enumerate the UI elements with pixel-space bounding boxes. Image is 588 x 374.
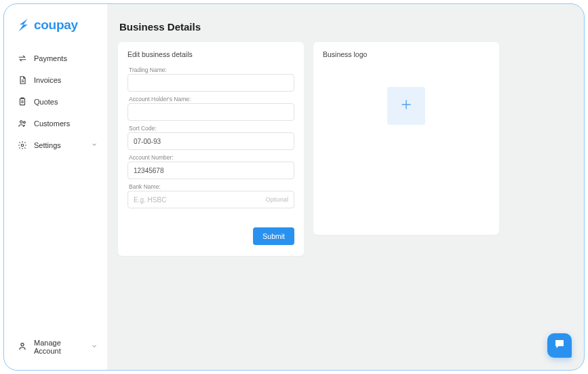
cards-row: Edit business details Trading Name: Acco… [118,42,572,256]
primary-nav: Payments Invoices Quotes Customers [4,48,107,332]
card-body: Trading Name: Account Holder's Name: Sor… [118,67,304,218]
sidebar-bottom-label: Manage Account [34,339,84,355]
submit-row: Submit [118,218,304,256]
sort-code-input[interactable] [128,132,294,150]
chat-icon [553,338,566,353]
sidebar-item-label: Invoices [34,76,61,84]
field-trading-name: Trading Name: [128,67,294,92]
chevron-down-icon [91,141,98,149]
svg-point-3 [21,144,24,147]
edit-business-card: Edit business details Trading Name: Acco… [118,42,304,256]
page-title: Business Details [119,21,572,33]
svg-point-4 [21,343,24,346]
sidebar-item-invoices[interactable]: Invoices [4,69,107,91]
card-header: Business logo [313,42,499,62]
plus-icon [399,97,414,115]
trading-name-field[interactable] [134,79,288,87]
svg-rect-0 [20,98,25,105]
trading-name-input[interactable] [128,74,294,92]
field-account-number: Account Number: [128,154,294,179]
main-content: Business Details Edit business details T… [107,4,584,370]
sidebar-item-quotes[interactable]: Quotes [4,91,107,113]
chat-fab[interactable] [547,333,572,358]
chevron-down-icon [91,343,98,351]
clipboard-icon [18,97,27,107]
field-label: Trading Name: [128,67,294,74]
sidebar-item-payments[interactable]: Payments [4,48,107,69]
sidebar: coupay Payments Invoices Quotes [4,4,107,370]
account-holder-field[interactable] [134,109,288,116]
field-label: Account Number: [128,154,294,162]
transfer-icon [18,54,27,63]
brand-name: coupay [34,18,78,33]
gear-icon [18,141,27,150]
users-icon [18,119,27,128]
sort-code-field[interactable] [134,138,288,145]
account-holder-input[interactable] [128,103,294,121]
account-number-field[interactable] [134,167,288,174]
field-account-holder: Account Holder's Name: [128,96,294,121]
card-header: Edit business details [118,42,304,62]
svg-point-1 [20,121,23,124]
svg-rect-5 [557,343,562,343]
document-icon [18,75,27,85]
field-bank-name: Bank Name: Optional [128,183,294,208]
svg-rect-6 [557,344,560,345]
brand-mark-icon [16,18,30,33]
sidebar-item-manage-account[interactable]: Manage Account [4,332,107,364]
field-label: Account Holder's Name: [128,96,294,103]
sidebar-item-settings[interactable]: Settings [4,134,107,156]
person-icon [18,341,27,352]
svg-point-2 [24,121,26,124]
upload-logo-button[interactable] [387,87,425,125]
sidebar-item-label: Customers [34,119,70,128]
submit-button[interactable]: Submit [253,227,294,245]
field-label: Sort Code: [128,125,294,132]
account-number-input[interactable] [128,162,294,179]
brand-logo: coupay [4,18,107,48]
optional-label: Optional [265,196,288,203]
field-label: Bank Name: [128,183,294,191]
app-frame: coupay Payments Invoices Quotes [3,3,585,371]
field-sort-code: Sort Code: [128,125,294,150]
sidebar-item-label: Settings [34,141,61,149]
sidebar-item-customers[interactable]: Customers [4,113,107,134]
sidebar-item-label: Payments [34,54,67,62]
business-logo-card: Business logo [313,42,499,235]
sidebar-item-label: Quotes [34,98,58,106]
bank-name-input[interactable]: Optional [128,191,294,208]
